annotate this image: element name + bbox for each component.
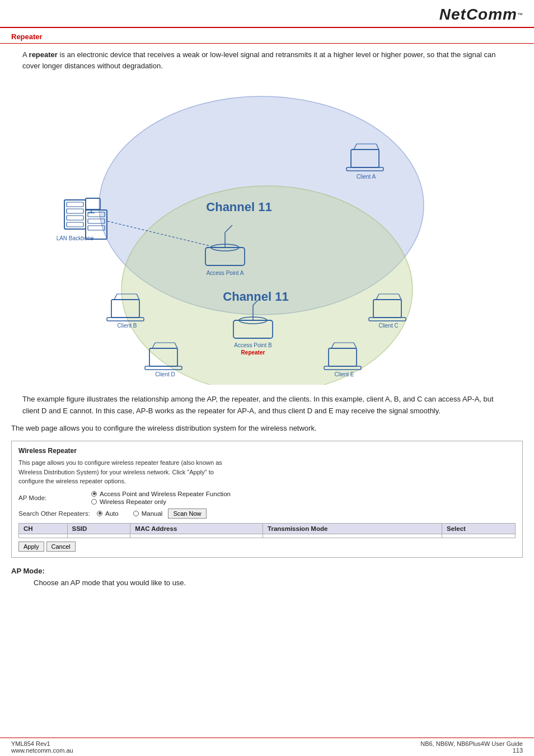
svg-point-1 [121, 186, 413, 385]
svg-rect-6 [67, 222, 83, 227]
cancel-button[interactable]: Cancel [46, 542, 76, 552]
svg-text:Client D: Client D [155, 371, 175, 377]
logo-tm: ™ [517, 12, 523, 18]
scan-now-button[interactable]: Scan Now [168, 508, 206, 519]
search-auto[interactable]: Auto [97, 510, 119, 517]
footer-left: YML854 Rev1 www.netcomm.com.au [11, 740, 73, 754]
main-content: A repeater is an electronic device that … [0, 44, 534, 82]
apply-cancel-row: Apply Cancel [18, 542, 516, 552]
svg-text:Client C: Client C [378, 323, 399, 329]
radio-ap-mode-1[interactable] [91, 491, 97, 497]
footer-right: NB6, NB6W, NB6Plus4W User Guide 113 [420, 740, 523, 754]
ap-mode-label: AP Mode: [18, 494, 91, 501]
table-empty-row [19, 534, 516, 538]
ap-mode-row: AP Mode: Access Point and Wireless Repea… [18, 491, 516, 505]
svg-text:Channel 11: Channel 11 [206, 200, 271, 214]
td-mac [130, 534, 263, 538]
td-ch [19, 534, 68, 538]
svg-rect-5 [67, 216, 83, 220]
section-title: Repeater [0, 28, 534, 44]
apply-button[interactable]: Apply [18, 542, 44, 552]
svg-rect-11 [86, 198, 100, 209]
ap-mode-option-1[interactable]: Access Point and Wireless Repeater Funct… [91, 491, 231, 497]
svg-text:Client E: Client E [334, 371, 354, 377]
th-ch: CH [19, 523, 68, 534]
svg-text:Access Point B: Access Point B [234, 342, 272, 348]
intro-before-bold: A [22, 50, 29, 59]
diagram-container: LAN Backbone Access Point A Channel 11 C… [0, 88, 534, 385]
footer-yml: YML854 Rev1 [11, 740, 73, 747]
svg-text:Access Point A: Access Point A [207, 270, 244, 276]
logo: NetComm™ [439, 6, 523, 24]
description-paragraph: The example figure illustrates the relat… [22, 394, 512, 417]
svg-rect-2 [64, 200, 86, 229]
svg-line-30 [114, 294, 117, 300]
search-manual-label: Manual [142, 510, 163, 517]
th-ssid: SSID [67, 523, 130, 534]
radio-auto[interactable] [97, 511, 102, 516]
th-select: Select [442, 523, 516, 534]
search-manual[interactable]: Manual [133, 510, 163, 517]
intro-paragraph: A repeater is an electronic device that … [22, 49, 512, 71]
footer-url: www.netcomm.com.au [11, 747, 73, 754]
logo-text: NetComm [439, 6, 517, 23]
footer-product: NB6, NB6W, NB6Plus4W User Guide [420, 740, 523, 747]
ap-mode-section: AP Mode: Choose an AP mode that you woul… [0, 563, 534, 589]
wireless-repeater-box: Wireless Repeater This page allows you t… [11, 441, 523, 558]
ap-mode-section-desc: Choose an AP mode that you would like to… [11, 577, 523, 589]
svg-rect-4 [67, 209, 83, 213]
header: NetComm™ [0, 0, 534, 28]
svg-text:Client B: Client B [117, 323, 137, 329]
table-header-row: CH SSID MAC Address Transmission Mode Se… [19, 523, 516, 534]
svg-text:LAN Backbone: LAN Backbone [57, 235, 94, 241]
ap-mode-option-2[interactable]: Wireless Repeater only [91, 498, 231, 505]
td-select [442, 534, 516, 538]
footer: YML854 Rev1 www.netcomm.com.au NB6, NB6W… [0, 738, 534, 756]
radio-ap-mode-2[interactable] [91, 499, 97, 505]
ap-mode-option-1-label: Access Point and Wireless Repeater Funct… [100, 491, 231, 497]
search-auto-label: Auto [105, 510, 119, 517]
ap-mode-options: Access Point and Wireless Repeater Funct… [91, 491, 231, 505]
web-page-text: The web page allows you to configure the… [0, 423, 534, 435]
th-tx-mode: Transmission Mode [263, 523, 442, 534]
wr-desc: This page allows you to configure wirele… [18, 458, 516, 486]
radio-manual[interactable] [133, 511, 139, 516]
svg-rect-3 [67, 202, 83, 207]
intro-after-bold: is an electronic device that receives a … [22, 50, 495, 70]
diagram-svg: LAN Backbone Access Point A Channel 11 C… [54, 88, 480, 385]
ap-mode-option-2-label: Wireless Repeater only [100, 498, 166, 505]
ap-mode-section-title: AP Mode: [11, 567, 523, 575]
search-label: Search Other Repeaters: [18, 510, 91, 517]
svg-text:Channel 11: Channel 11 [223, 290, 288, 304]
footer-page: 113 [420, 747, 523, 754]
repeater-table: CH SSID MAC Address Transmission Mode Se… [18, 523, 516, 538]
search-row: Search Other Repeaters: Auto Manual Scan… [18, 508, 516, 519]
td-ssid [67, 534, 130, 538]
svg-text:Repeater: Repeater [241, 349, 265, 356]
wr-title: Wireless Repeater [18, 447, 516, 455]
th-mac: MAC Address [130, 523, 263, 534]
td-tx-mode [263, 534, 442, 538]
svg-text:Client A: Client A [357, 174, 376, 180]
intro-bold: repeater [29, 50, 58, 59]
